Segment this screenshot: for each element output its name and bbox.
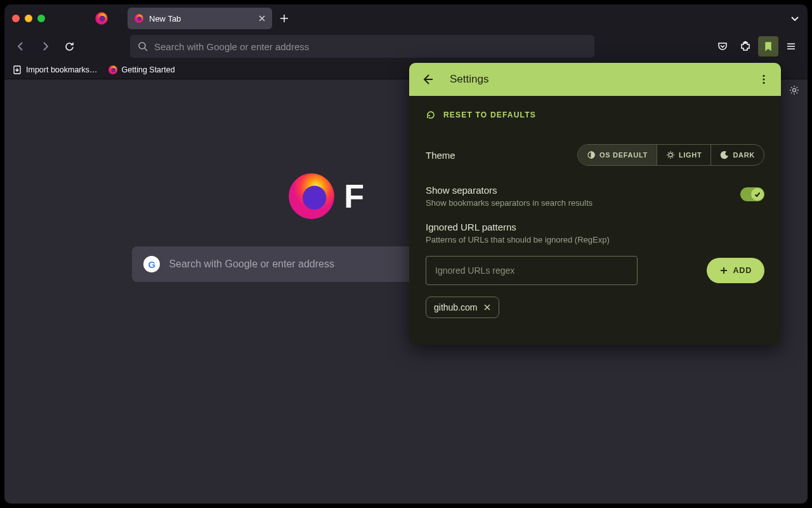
bookmark-getting-started[interactable]: Getting Started	[108, 65, 175, 75]
nav-right	[712, 36, 801, 57]
theme-option-os-default[interactable]: OS DEFAULT	[578, 145, 657, 165]
ignored-input-row: ADD	[426, 256, 764, 285]
import-icon	[12, 65, 22, 75]
chip-remove-icon[interactable]	[483, 304, 491, 311]
new-tab-button[interactable]	[280, 14, 289, 23]
ignored-chips: github.com	[426, 297, 764, 318]
forward-button[interactable]	[35, 36, 55, 57]
app-menu-button[interactable]	[781, 36, 801, 57]
active-tab[interactable]: New Tab	[128, 8, 272, 29]
traffic-lights	[12, 15, 45, 22]
firefox-icon	[134, 13, 144, 23]
window-close-button[interactable]	[12, 15, 20, 22]
firefox-icon	[108, 65, 118, 75]
back-icon[interactable]	[421, 72, 435, 86]
toggle-knob	[751, 188, 764, 201]
window-minimize-button[interactable]	[25, 15, 32, 22]
seg-label: LIGHT	[679, 151, 702, 159]
add-label: ADD	[733, 266, 752, 275]
svg-point-1	[99, 16, 105, 22]
plus-icon	[719, 266, 728, 275]
svg-point-12	[763, 75, 764, 77]
contrast-icon	[587, 150, 596, 159]
pocket-button[interactable]	[712, 36, 733, 57]
show-separators-text: Show separators Show bookmarks separator…	[426, 185, 593, 208]
urlbar[interactable]: Search with Google or enter address	[130, 35, 594, 58]
bookmark-label: Import bookmarks…	[26, 65, 98, 74]
theme-row: Theme OS DEFAULT LIGHT DARK	[426, 144, 764, 166]
reload-button[interactable]	[59, 36, 79, 57]
reset-icon	[426, 110, 436, 120]
theme-segmented-control: OS DEFAULT LIGHT DARK	[577, 144, 764, 166]
google-icon: G	[143, 256, 160, 272]
svg-point-14	[763, 82, 764, 84]
tabs-dropdown-button[interactable]	[790, 13, 800, 23]
firefox-icon	[287, 171, 336, 221]
show-separators-row: Show separators Show bookmarks separator…	[426, 185, 764, 208]
theme-label: Theme	[426, 150, 455, 161]
firefox-icon	[95, 11, 108, 25]
wordmark-text: F	[344, 177, 364, 215]
svg-point-11	[303, 186, 326, 210]
show-separators-subtitle: Show bookmarks separators in search resu…	[426, 198, 593, 208]
urlbar-placeholder: Search with Google or enter address	[154, 41, 309, 52]
sun-icon	[666, 150, 675, 159]
tab-title: New Tab	[149, 14, 181, 23]
firefox-wordmark: F	[287, 171, 364, 221]
seg-label: OS DEFAULT	[599, 151, 648, 159]
ignored-urls-subtitle: Patterns of URLs that should be ignored …	[426, 235, 764, 244]
svg-point-16	[669, 153, 672, 157]
show-separators-toggle[interactable]	[740, 187, 764, 201]
svg-point-8	[111, 67, 115, 72]
browser-window: New Tab Search with Google or enter addr…	[4, 4, 808, 504]
kebab-menu-icon[interactable]	[758, 74, 769, 85]
bookmark-import[interactable]: Import bookmarks…	[12, 65, 98, 75]
ignored-chip: github.com	[426, 297, 499, 318]
svg-point-9	[793, 89, 796, 92]
seg-label: DARK	[733, 151, 755, 159]
newtab-settings-button[interactable]	[789, 84, 800, 96]
ignored-urls-input[interactable]	[426, 256, 638, 285]
extensions-button[interactable]	[735, 36, 756, 57]
titlebar: New Tab	[4, 4, 808, 32]
reset-to-defaults-button[interactable]: RESET TO DEFAULTS	[426, 110, 764, 120]
show-separators-title: Show separators	[426, 185, 593, 196]
ignored-urls-section: Ignored URL patterns Patterns of URLs th…	[426, 222, 764, 318]
panel-header: Settings	[409, 63, 781, 96]
reset-label: RESET TO DEFAULTS	[443, 110, 536, 119]
panel-title: Settings	[450, 73, 488, 86]
theme-option-light[interactable]: LIGHT	[657, 145, 711, 165]
theme-option-dark[interactable]: DARK	[710, 145, 764, 165]
chip-label: github.com	[434, 302, 477, 312]
bookmark-extension-button[interactable]	[758, 36, 778, 57]
window-maximize-button[interactable]	[37, 15, 45, 22]
search-icon	[138, 41, 148, 51]
extension-settings-panel: Settings RESET TO DEFAULTS Theme OS DEFA…	[409, 63, 781, 345]
panel-body: RESET TO DEFAULTS Theme OS DEFAULT LIGHT	[409, 96, 781, 345]
search-placeholder: Search with Google or enter address	[169, 258, 334, 270]
close-icon[interactable]	[258, 15, 266, 22]
svg-point-3	[137, 17, 141, 21]
svg-point-4	[139, 43, 145, 49]
moon-icon	[720, 150, 729, 159]
bookmark-label: Getting Started	[122, 65, 175, 74]
back-button[interactable]	[11, 36, 31, 57]
check-icon	[754, 190, 761, 198]
navbar: Search with Google or enter address	[4, 32, 808, 60]
ignored-urls-title: Ignored URL patterns	[426, 222, 764, 232]
svg-point-13	[763, 78, 764, 80]
add-button[interactable]: ADD	[707, 258, 764, 283]
